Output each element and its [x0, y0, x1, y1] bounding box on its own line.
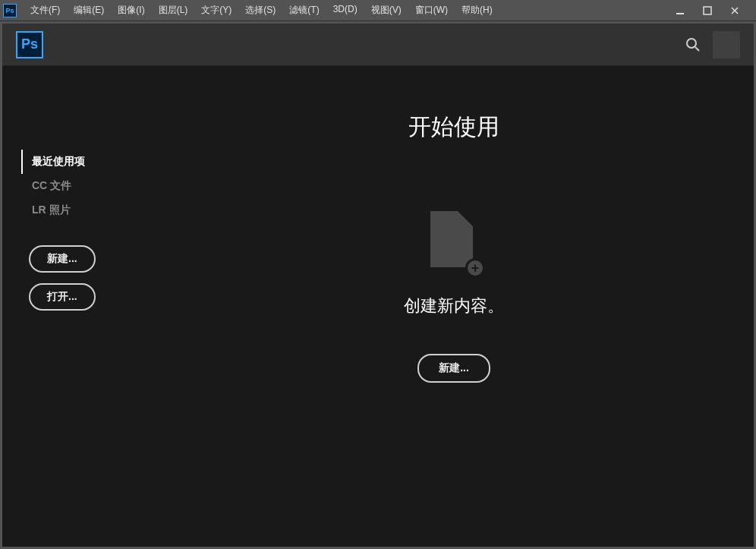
svg-line-3 [695, 47, 699, 51]
menubar: 文件(F) 编辑(E) 图像(I) 图层(L) 文字(Y) 选择(S) 滤镜(T… [24, 2, 499, 18]
sidebar: 最近使用项 CC 文件 LR 照片 新建... 打开... [2, 66, 154, 547]
main-area: 开始使用 + 创建新内容。 新建... [154, 66, 754, 547]
sidebar-item-cc-files[interactable]: CC 文件 [21, 174, 154, 198]
svg-rect-1 [704, 7, 711, 14]
header-bar: Ps [2, 24, 754, 66]
search-button[interactable] [681, 33, 705, 57]
svg-rect-0 [676, 13, 684, 14]
menu-select[interactable]: 选择(S) [239, 2, 282, 18]
sidebar-item-lr-photos[interactable]: LR 照片 [21, 198, 154, 222]
app-icon-small: Ps [3, 4, 17, 17]
sidebar-actions: 新建... 打开... [21, 245, 154, 311]
sidebar-nav: 最近使用项 CC 文件 LR 照片 [21, 150, 154, 222]
menu-filter[interactable]: 滤镜(T) [283, 2, 325, 18]
maximize-icon [703, 6, 712, 15]
window-controls [671, 3, 753, 18]
account-button[interactable] [713, 31, 740, 58]
ps-logo: Ps [16, 31, 43, 58]
plus-circle-icon: + [465, 258, 485, 278]
close-icon [730, 6, 739, 15]
menu-file[interactable]: 文件(F) [24, 2, 66, 18]
app-window: Ps 文件(F) 编辑(E) 图像(I) 图层(L) 文字(Y) 选择(S) 滤… [0, 0, 756, 549]
page-title: 开始使用 [408, 112, 499, 143]
document-shape-icon [430, 211, 473, 267]
create-subtitle: 创建新内容。 [404, 295, 504, 317]
main-new-button[interactable]: 新建... [417, 354, 490, 383]
search-icon [685, 37, 701, 52]
titlebar: Ps 文件(F) 编辑(E) 图像(I) 图层(L) 文字(Y) 选择(S) 滤… [0, 0, 756, 21]
svg-point-2 [687, 39, 696, 48]
menu-window[interactable]: 窗口(W) [409, 2, 454, 18]
menu-3d[interactable]: 3D(D) [327, 2, 364, 18]
menu-help[interactable]: 帮助(H) [455, 2, 499, 18]
minimize-icon [676, 6, 685, 15]
menu-edit[interactable]: 编辑(E) [68, 2, 110, 18]
content-area: 最近使用项 CC 文件 LR 照片 新建... 打开... 开始使用 + 创建新… [2, 66, 754, 547]
open-button[interactable]: 打开... [29, 283, 96, 311]
minimize-button[interactable] [671, 3, 689, 18]
menu-layer[interactable]: 图层(L) [153, 2, 194, 18]
maximize-button[interactable] [698, 3, 717, 18]
menu-type[interactable]: 文字(Y) [195, 2, 238, 18]
new-button[interactable]: 新建... [29, 245, 96, 273]
menu-image[interactable]: 图像(I) [112, 2, 150, 18]
close-button[interactable] [726, 3, 744, 18]
header-right [681, 31, 740, 58]
app-body: Ps 最近使用项 CC 文件 LR 照片 新建... 打开... [2, 24, 754, 547]
new-document-icon: + [430, 211, 477, 272]
menu-view[interactable]: 视图(V) [365, 2, 408, 18]
sidebar-item-recent[interactable]: 最近使用项 [21, 150, 154, 174]
